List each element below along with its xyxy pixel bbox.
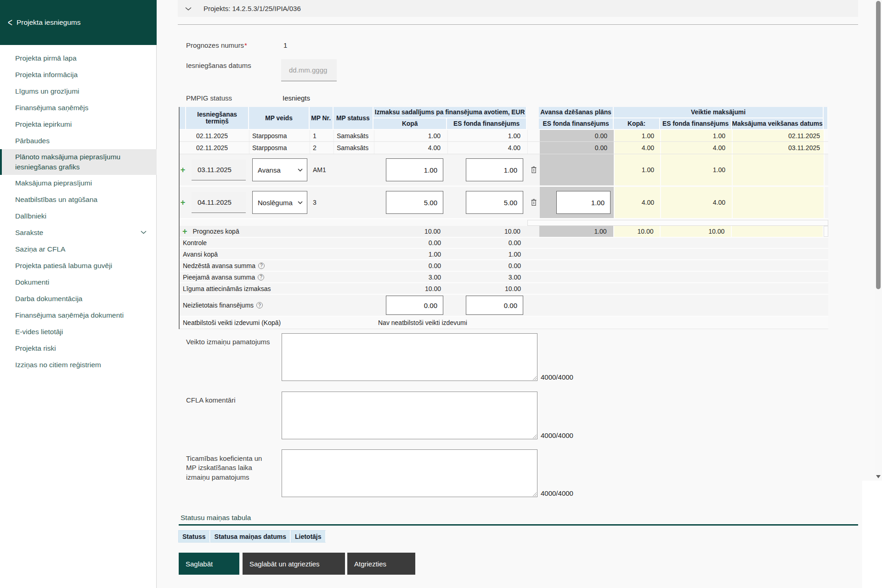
sidebar-item-dalibnieki[interactable]: Dalībnieki [0, 208, 157, 224]
iesniegsanas-datums-input[interactable] [281, 59, 337, 81]
sidebar-item-patiesa-labuma-guveji[interactable]: Projekta patiesā labuma guvēji [0, 258, 157, 274]
sidebar-item-izzinas[interactable]: Izziņas no citiem reģistriem [0, 357, 157, 373]
cell-avansa-es: 0.00 [540, 130, 615, 141]
termins-date-input[interactable] [192, 159, 246, 180]
summary-row: Kontrole 0.00 0.00 [180, 238, 828, 249]
cell-veiktie-es: 1.00 [661, 130, 733, 141]
info-icon[interactable]: ? [258, 263, 265, 269]
strip-cell [824, 226, 828, 237]
sidebar-item-projekta-iepirkumi[interactable]: Projekta iepirkumi [0, 116, 157, 133]
pmpig-statuss-label: PMPIG statuss [186, 94, 232, 102]
mp-veids-select[interactable]: Noslēguma [252, 191, 307, 214]
status-col-lietotajs: Lietotājs [291, 530, 326, 543]
neizlietotais-label: Neizlietotais finansējums [183, 302, 254, 309]
sidebar-item-planoto-maksajuma-grafiks[interactable]: Plānoto maksājuma pieprasījumu iesniegša… [0, 149, 157, 175]
chevron-down-icon [298, 168, 303, 172]
cell-es: 4.00 [448, 142, 528, 154]
cell-termins: 02.11.2025 [186, 130, 249, 141]
summary-es: 3.00 [448, 272, 528, 282]
sidebar-menu: Projekta pirmā lapa Projekta informācija… [0, 50, 157, 373]
sidebar-header-label: Projekta iesniegums [17, 18, 81, 27]
divider [178, 24, 858, 25]
kopa-input[interactable] [386, 191, 443, 214]
sidebar-item-ligums-un-grozijumi[interactable]: Līgums un grozījumi [0, 83, 157, 100]
cell-veiktie-kopa: 1.00 [615, 154, 661, 185]
cell-es: 1.00 [448, 130, 528, 141]
chevron-down-icon [298, 201, 303, 204]
neizlietotais-es-input[interactable] [466, 296, 523, 315]
summary-label: Līguma attiecināmās izmaksas [180, 283, 374, 294]
save-button[interactable]: Saglabāt [179, 553, 239, 575]
status-table-header: Statuss Statusa maiņas datums Lietotājs [178, 530, 326, 543]
iesniegsanas-datums-label: Iesniegšanas datums [186, 62, 251, 69]
cfla-komentari-textarea[interactable] [282, 392, 537, 439]
sidebar-item-finansejuma-sanemejs[interactable]: Finansējuma saņēmējs [0, 100, 157, 116]
return-button[interactable]: Atgriezties [347, 553, 415, 575]
sidebar-item-dokumenti[interactable]: Dokumenti [0, 274, 157, 291]
ticamibas-textarea[interactable] [282, 449, 537, 497]
sidebar-item-darba-dokumentacija[interactable]: Darba dokumentācija [0, 291, 157, 307]
sidebar-item-neatbilstibas[interactable]: Neatbilstības un atgūšana [0, 191, 157, 208]
cell-mp-nr: 3 [310, 187, 334, 218]
cell-veiktie-kopa: 1.00 [615, 130, 661, 141]
sidebar-item-sazina-ar-cfla[interactable]: Saziņa ar CFLA [0, 241, 157, 258]
table-strip-row [180, 219, 828, 226]
sidebar-item-sanemeja-dokumenti[interactable]: Finansējuma saņēmēja dokumenti [0, 307, 157, 324]
kopa-input[interactable] [386, 158, 443, 181]
prognozes-numurs-value: 1 [283, 41, 287, 49]
back-to-project-button[interactable]: < Projekta iesniegums [0, 0, 157, 45]
background-patch [862, 481, 882, 588]
scrollbar-down-arrow-icon[interactable] [876, 475, 881, 478]
project-collapse-bar[interactable]: Projekts: 14.2.5.3/1/25/IPIA/036 [178, 0, 858, 17]
back-chevron-icon: < [8, 17, 12, 28]
cell-termins: 02.11.2025 [186, 142, 249, 154]
cell-maksajuma-datums: 02.11.2025 [733, 130, 825, 141]
header-avansa-es: ES fonda finansējums [539, 118, 614, 130]
status-col-statuss: Statuss [178, 530, 210, 543]
delete-row-button[interactable] [528, 166, 540, 174]
veikto-izmainu-label: Veikto izmaiņu pamatojums [186, 338, 270, 346]
summary-row: Nedzēstā avansa summa? 0.00 0.00 [180, 260, 828, 272]
info-icon[interactable]: ? [256, 302, 263, 308]
cell-mp-veids: Starpposma [249, 130, 310, 141]
status-col-datums: Statusa maiņas datums [210, 530, 291, 543]
sidebar-item-projekta-riski[interactable]: Projekta riski [0, 340, 157, 357]
sidebar-item-e-vides-lietotaji[interactable]: E-vides lietotāji [0, 324, 157, 340]
cell-mp-nr: AM1 [310, 154, 334, 185]
cell-veiktie-es: 4.00 [661, 187, 733, 218]
required-asterisk: * [244, 41, 247, 49]
save-and-return-button[interactable]: Saglabāt un atgriezties [243, 553, 345, 575]
neizlietotais-row: Neizlietotais finansējums? [180, 295, 828, 317]
cell-mp-veids: Starpposma [249, 142, 310, 154]
es-fonda-input[interactable] [466, 158, 523, 181]
veikto-izmainu-textarea[interactable] [282, 333, 537, 381]
add-row-button[interactable]: + [181, 166, 186, 174]
sidebar-item-sarakste[interactable]: Sarakste [0, 224, 157, 241]
add-row-button[interactable]: + [181, 198, 186, 207]
cell-veiktie-kopa: 4.00 [615, 187, 661, 218]
sidebar-item-maksajuma-pieprasijumi[interactable]: Maksājuma pieprasījumi [0, 175, 157, 191]
termins-date-input[interactable] [192, 192, 246, 213]
summary-label: Avansi kopā [180, 249, 374, 259]
mp-veids-select[interactable]: Avansa [252, 158, 307, 181]
avansa-es-input[interactable] [556, 191, 611, 214]
info-icon[interactable]: ? [258, 274, 264, 280]
totals-veiktie-kopa: 10.00 [614, 226, 661, 237]
sidebar-item-projekta-pirma-lapa[interactable]: Projekta pirmā lapa [0, 50, 157, 67]
totals-es: 10.00 [447, 226, 527, 237]
char-counter: 4000/4000 [541, 489, 573, 497]
pmpig-statuss-value: Iesniegts [283, 94, 310, 102]
neizlietotais-kopa-input[interactable] [386, 296, 443, 315]
totals-row: + Prognozes kopā 10.00 10.00 1.00 10.00 … [180, 226, 828, 238]
char-counter: 4000/4000 [541, 431, 573, 439]
totals-kopa: 10.00 [374, 226, 447, 237]
es-fonda-input[interactable] [466, 191, 523, 214]
sidebar-item-parbaudes[interactable]: Pārbaudes [0, 133, 157, 149]
summary-kopa: 0.00 [374, 238, 448, 248]
add-row-button[interactable]: + [182, 227, 187, 235]
sidebar-item-projekta-informacija[interactable]: Projekta informācija [0, 67, 157, 83]
summary-label: Nedzēstā avansa summa [183, 262, 255, 269]
scrollbar-thumb[interactable] [876, 1, 881, 289]
editable-row: + Noslēguma 3 4.00 4.00 [180, 187, 828, 219]
delete-row-button[interactable] [528, 199, 540, 206]
